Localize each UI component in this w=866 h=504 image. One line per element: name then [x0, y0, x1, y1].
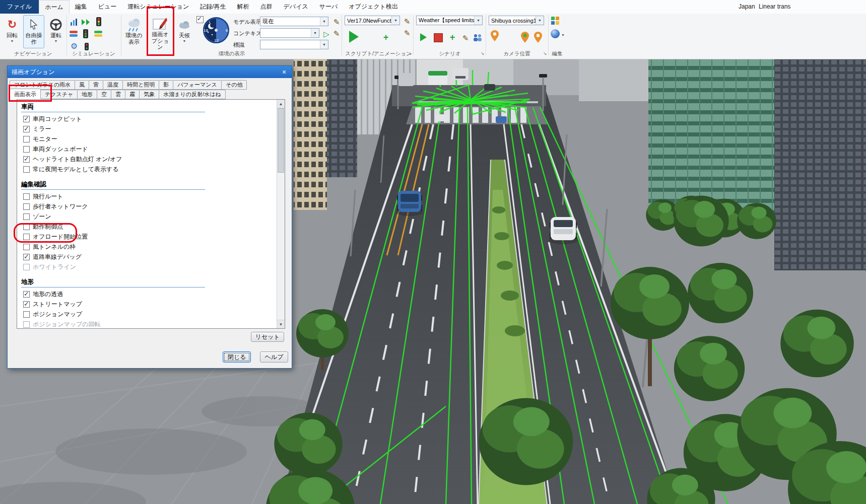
- script-select[interactable]: Ver17.0NewFunction ▼: [345, 16, 400, 25]
- scroll-down-icon[interactable]: ▼: [277, 320, 285, 328]
- traffic-light-icon[interactable]: [81, 29, 91, 39]
- menu-tab-device[interactable]: デバイス: [278, 0, 314, 14]
- chevron-down-icon[interactable]: ▼: [561, 33, 565, 37]
- chart-icon[interactable]: [69, 17, 79, 27]
- camera-position-select[interactable]: Shibuya crossing1 ▼: [489, 16, 544, 25]
- checkbox[interactable]: [23, 213, 30, 220]
- option-row[interactable]: ポジションマップ: [20, 309, 277, 319]
- close-button[interactable]: 閉じる: [223, 351, 251, 363]
- checkbox[interactable]: [23, 126, 30, 132]
- menu-tab-record-playback[interactable]: 記録/再生: [194, 0, 231, 14]
- chevron-down-icon[interactable]: ▼: [320, 17, 328, 26]
- checkbox[interactable]: [23, 136, 30, 142]
- chevron-down-icon[interactable]: ▼: [474, 16, 482, 25]
- dialog-launcher-icon[interactable]: ↘: [408, 51, 412, 56]
- menu-tab-driving-simulation[interactable]: 運転シミュレーション: [122, 0, 194, 14]
- tab-screen-display[interactable]: 画面表示: [10, 89, 41, 99]
- checkbox[interactable]: [23, 321, 30, 328]
- tab-wind[interactable]: 風: [75, 80, 89, 90]
- gear-icon[interactable]: ⚙: [69, 41, 79, 51]
- option-row[interactable]: 車両ダッシュボード: [20, 144, 277, 154]
- checkbox[interactable]: [23, 116, 30, 122]
- sign-select[interactable]: ▼: [260, 40, 328, 49]
- stop-icon[interactable]: [433, 33, 443, 43]
- option-row[interactable]: モニター: [20, 134, 277, 144]
- close-icon[interactable]: ×: [277, 68, 292, 76]
- scenario-select[interactable]: Weather【speed limits】 ▼: [416, 16, 483, 25]
- checkbox[interactable]: [23, 224, 30, 230]
- sphere-icon[interactable]: [550, 29, 560, 39]
- free-control-button[interactable]: 自由操作: [23, 15, 44, 48]
- option-row[interactable]: 歩行者ネットワーク: [20, 201, 277, 211]
- menu-tab-server[interactable]: サーバ: [314, 0, 344, 14]
- chevron-down-icon[interactable]: ▼: [11, 39, 14, 43]
- option-row[interactable]: ゾーン: [20, 211, 277, 222]
- checkbox[interactable]: [23, 291, 30, 298]
- play-outline-icon[interactable]: ▷: [321, 29, 331, 39]
- option-row-road-lane-debug[interactable]: 道路車線デバッグ: [20, 252, 277, 262]
- option-row[interactable]: ホワイトライン: [20, 262, 277, 272]
- add-script-icon[interactable]: +: [381, 32, 391, 42]
- help-button[interactable]: ヘルプ: [260, 351, 288, 363]
- tab-time-lighting[interactable]: 時間と照明: [122, 80, 159, 90]
- checkbox[interactable]: [23, 156, 30, 163]
- checkbox[interactable]: [23, 166, 30, 173]
- color-grid-icon[interactable]: [550, 16, 560, 26]
- traffic-light-icon[interactable]: [82, 41, 92, 51]
- play-pair-icon[interactable]: [81, 17, 91, 27]
- option-row[interactable]: 常に夜間モデルとして表示する: [20, 164, 277, 174]
- people-icon[interactable]: [473, 33, 483, 43]
- draw-options-button[interactable]: 描画オプション: [149, 15, 171, 48]
- tab-texture[interactable]: テクスチャ: [40, 90, 78, 99]
- checkbox[interactable]: [23, 146, 30, 153]
- rotate-button[interactable]: ↻ 回転 ▼: [2, 15, 22, 48]
- option-row[interactable]: ヘッドライト自動点灯 オン/オフ: [20, 154, 277, 164]
- chevron-down-icon[interactable]: ▼: [183, 39, 186, 43]
- option-row[interactable]: ミラー: [20, 124, 277, 134]
- chevron-down-icon[interactable]: ▼: [536, 16, 544, 25]
- dialog-titlebar[interactable]: 描画オプション ×: [8, 66, 292, 78]
- dialog-launcher-icon[interactable]: ↘: [481, 51, 485, 56]
- tab-thunder[interactable]: 雷: [89, 80, 103, 90]
- menu-tab-analysis[interactable]: 解析: [232, 0, 255, 14]
- chevron-down-icon[interactable]: ▼: [311, 29, 319, 37]
- map-pin-add-icon[interactable]: [520, 31, 530, 43]
- reset-button[interactable]: リセット: [251, 332, 284, 342]
- play-script-icon[interactable]: [348, 30, 360, 43]
- pencil-icon[interactable]: ✎: [331, 17, 342, 27]
- tab-sky[interactable]: 空: [97, 90, 111, 99]
- scroll-up-icon[interactable]: ▲: [277, 100, 285, 108]
- pencil-icon[interactable]: ✎: [402, 28, 412, 38]
- time-of-day-clock[interactable]: 18 6 12: [201, 16, 232, 46]
- option-row[interactable]: 地形の透過: [20, 289, 277, 299]
- vehicles-icon[interactable]: [94, 29, 104, 39]
- tab-performance[interactable]: パフォーマンス: [173, 80, 222, 90]
- checkbox[interactable]: [23, 244, 30, 250]
- tab-cloud[interactable]: 雲: [111, 90, 125, 99]
- menu-tab-file[interactable]: ファイル: [0, 0, 39, 14]
- drive-button[interactable]: 運転 ▼: [46, 15, 65, 48]
- option-row[interactable]: 風トンネルの枠: [20, 242, 277, 252]
- map-pin-icon[interactable]: [490, 30, 500, 42]
- map-pin-icon[interactable]: [533, 31, 543, 43]
- scrollbar[interactable]: ▲ ▼: [277, 100, 285, 328]
- option-row[interactable]: ストリートマップ: [20, 299, 277, 309]
- tab-others[interactable]: その他: [221, 80, 247, 90]
- checkbox[interactable]: [23, 311, 30, 318]
- tab-temperature[interactable]: 温度: [103, 80, 123, 90]
- scrollbar-thumb[interactable]: [278, 108, 284, 173]
- pencil-icon[interactable]: ✎: [460, 33, 471, 43]
- checkbox[interactable]: [23, 254, 30, 260]
- tab-weather[interactable]: 気象: [139, 90, 159, 99]
- pencil-icon[interactable]: ✎: [402, 16, 412, 26]
- checkbox[interactable]: [23, 234, 30, 240]
- menu-tab-edit[interactable]: 編集: [70, 0, 93, 14]
- weather-button[interactable]: 天候 ▼: [176, 15, 193, 48]
- option-row[interactable]: 飛行ルート: [20, 191, 277, 201]
- option-row[interactable]: ポジションマップの回転: [20, 319, 277, 328]
- menu-tab-point-cloud[interactable]: 点群: [255, 0, 278, 14]
- menu-tab-home[interactable]: ホーム: [39, 0, 70, 14]
- chevron-down-icon[interactable]: ▼: [320, 40, 328, 49]
- option-row[interactable]: オフロード開始位置: [20, 232, 277, 242]
- menu-tab-object-detection[interactable]: オブジェクト検出: [343, 0, 404, 14]
